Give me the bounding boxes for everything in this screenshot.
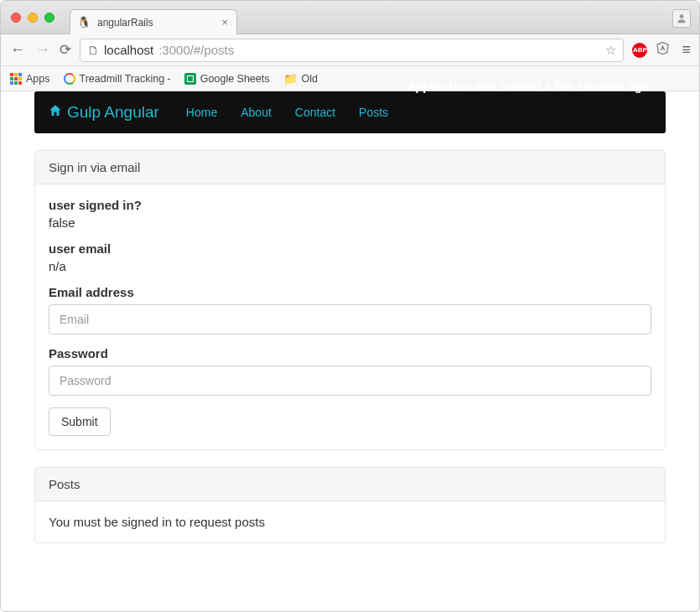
url-host: localhost xyxy=(104,43,153,57)
posts-panel-header: Posts xyxy=(35,468,665,501)
traffic-lights xyxy=(11,13,54,23)
old-label: Old xyxy=(302,73,318,85)
app-navbar: Application was created a few seconds ag… xyxy=(34,91,666,133)
home-icon xyxy=(48,103,63,122)
user-email-label: user email xyxy=(49,241,111,256)
folder-icon: 📁 xyxy=(283,72,298,86)
google-icon xyxy=(64,73,75,85)
browser-tab[interactable]: 🐧 angularRails × xyxy=(70,9,237,34)
bookmark-star-icon[interactable]: ☆ xyxy=(605,43,616,58)
old-folder-bookmark[interactable]: 📁 Old xyxy=(283,72,318,86)
reload-button[interactable]: ⟳ xyxy=(60,41,71,59)
posts-panel-body: You must be signed in to request posts xyxy=(35,501,665,542)
sheets-bookmark[interactable]: Google Sheets xyxy=(184,73,270,85)
posts-panel: Posts You must be signed in to request p… xyxy=(34,467,666,543)
back-button[interactable]: ← xyxy=(9,41,26,59)
profile-button[interactable] xyxy=(672,9,691,28)
minimize-window-button[interactable] xyxy=(28,13,38,23)
favicon-icon: 🐧 xyxy=(77,16,91,29)
signin-panel-header: Sign in via email xyxy=(35,151,665,184)
nav-contact[interactable]: Contact xyxy=(295,106,335,119)
sheets-label: Google Sheets xyxy=(200,73,270,85)
signed-in-value: false xyxy=(49,215,651,230)
submit-button[interactable]: Submit xyxy=(49,407,111,436)
treadmill-bookmark[interactable]: Treadmill Tracking - xyxy=(64,73,171,85)
browser-titlebar: 🐧 angularRails × xyxy=(1,1,699,34)
posts-message: You must be signed in to request posts xyxy=(49,515,265,529)
password-label: Password xyxy=(49,346,651,360)
apps-label: Apps xyxy=(26,73,50,85)
creation-alert: Application was created a few seconds ag… xyxy=(407,80,652,93)
email-label: Email address xyxy=(49,285,651,299)
angular-extension-icon[interactable] xyxy=(656,41,670,60)
forward-button[interactable]: → xyxy=(34,41,51,59)
maximize-window-button[interactable] xyxy=(44,13,54,23)
user-email-value: n/a xyxy=(49,259,651,273)
tab-strip: 🐧 angularRails × xyxy=(70,1,237,34)
brand-text: Gulp Angular xyxy=(67,103,159,122)
brand-link[interactable]: Gulp Angular xyxy=(48,103,159,122)
close-tab-icon[interactable]: × xyxy=(221,16,228,29)
signed-in-label: user signed in? xyxy=(49,198,142,212)
sheets-icon xyxy=(184,73,196,85)
url-input[interactable]: 🗋 localhost:3000/#/posts ☆ xyxy=(80,39,624,62)
email-input[interactable] xyxy=(49,304,651,335)
apps-bookmark[interactable]: Apps xyxy=(10,73,50,85)
nav-posts[interactable]: Posts xyxy=(359,106,388,119)
adblock-badge-icon[interactable]: ABP xyxy=(632,43,647,58)
page-content: Application was created a few seconds ag… xyxy=(1,91,699,577)
address-bar: ← → ⟳ 🗋 localhost:3000/#/posts ☆ ABP ≡ xyxy=(1,34,699,66)
password-input[interactable] xyxy=(49,366,651,396)
apps-grid-icon xyxy=(10,73,22,85)
svg-point-0 xyxy=(680,14,684,18)
hamburger-menu-icon[interactable]: ≡ xyxy=(682,41,691,59)
url-path: :3000/#/posts xyxy=(158,43,234,57)
tab-title: angularRails xyxy=(97,17,153,29)
signin-panel-body: user signed in? false user email n/a Ema… xyxy=(35,184,665,449)
nav-about[interactable]: About xyxy=(241,106,272,119)
treadmill-label: Treadmill Tracking - xyxy=(80,73,171,85)
nav-home[interactable]: Home xyxy=(186,106,217,119)
signin-panel: Sign in via email user signed in? false … xyxy=(34,150,666,450)
nav-links: Home About Contact Posts xyxy=(186,106,388,119)
page-icon: 🗋 xyxy=(87,44,99,57)
close-window-button[interactable] xyxy=(11,13,21,23)
